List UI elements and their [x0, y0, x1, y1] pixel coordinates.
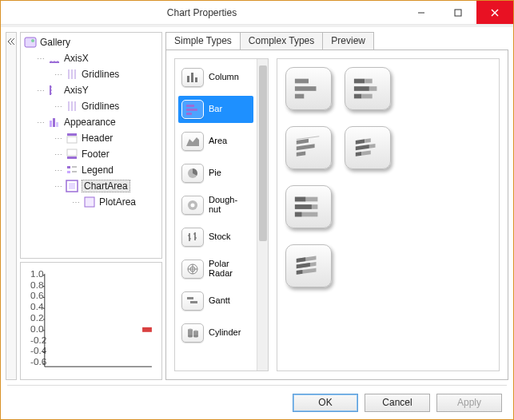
pie-icon	[181, 164, 204, 183]
svg-point-78	[188, 335, 193, 338]
svg-rect-86	[365, 79, 373, 84]
svg-text:0.8: 0.8	[30, 279, 44, 291]
legend-icon	[66, 164, 78, 176]
tree-node-axisy-gridlines[interactable]: ⋯ Gridlines	[22, 98, 160, 114]
svg-rect-20	[50, 121, 52, 127]
svg-rect-75	[190, 301, 197, 303]
svg-rect-21	[53, 118, 55, 127]
double-chevron-left-icon	[7, 38, 15, 46]
svg-text:0.4: 0.4	[30, 301, 44, 312]
svg-rect-4	[25, 38, 36, 47]
tree-node-legend[interactable]: ⋯ Legend	[22, 162, 160, 178]
doughnut-icon	[181, 196, 204, 215]
svg-rect-91	[297, 139, 309, 145]
svg-rect-54	[142, 327, 152, 332]
type-item-polarradar[interactable]: Polar Radar	[178, 256, 253, 283]
tree-node-axisy[interactable]: ⋯ AxisY	[22, 82, 160, 98]
tab-strip: Simple Types Complex Types Preview	[165, 32, 508, 50]
svg-rect-95	[356, 139, 365, 144]
svg-rect-60	[186, 113, 192, 115]
preview-axes-icon: 1.0 0.8 0.6 0.4 0.2 0.0 -0.2 -0.4 -0.6	[24, 266, 158, 376]
svg-rect-87	[354, 86, 369, 91]
svg-rect-83	[295, 86, 317, 91]
svg-rect-82	[295, 79, 309, 84]
svg-rect-58	[186, 105, 194, 107]
tree-node-gallery[interactable]: Gallery	[22, 34, 160, 50]
tree-node-plotarea[interactable]: ⋯ PlotArea	[22, 194, 160, 210]
svg-rect-55	[187, 76, 189, 82]
axis-x-icon	[48, 52, 61, 65]
gridlines-icon	[66, 100, 78, 113]
tree-node-footer[interactable]: ⋯ Footer	[22, 146, 160, 162]
svg-rect-89	[354, 94, 362, 99]
type-item-gantt[interactable]: Gantt	[178, 287, 253, 315]
svg-point-81	[193, 335, 198, 338]
cylinder-icon	[181, 323, 204, 343]
svg-rect-23	[67, 133, 77, 136]
navigation-tree[interactable]: Gallery ⋯ AxisX ⋯ Gridlines ⋯	[20, 32, 162, 259]
maximize-button[interactable]	[440, 1, 476, 24]
svg-text:0.0: 0.0	[30, 323, 44, 335]
tab-preview[interactable]: Preview	[322, 32, 374, 50]
subtype-bar-2d-stacked[interactable]	[345, 67, 391, 110]
svg-rect-99	[356, 152, 362, 157]
svg-rect-102	[295, 197, 305, 202]
chart-type-list-scroll[interactable]: Column Bar Area	[175, 59, 257, 370]
tree-node-chartarea[interactable]: ⋯ ChartArea	[22, 178, 160, 194]
collapse-left-panel[interactable]	[6, 32, 17, 380]
type-item-stock[interactable]: Stock	[178, 224, 253, 251]
svg-rect-84	[295, 94, 304, 99]
tab-simple-types[interactable]: Simple Types	[165, 32, 241, 50]
type-item-bar[interactable]: Bar	[178, 96, 253, 123]
tree-node-header[interactable]: ⋯ Header	[22, 130, 160, 146]
polar-radar-icon	[181, 260, 204, 279]
svg-rect-33	[85, 197, 94, 207]
tab-panel-simple: Column Bar Area	[165, 50, 508, 380]
svg-text:0.2: 0.2	[30, 312, 43, 323]
svg-rect-24	[67, 137, 77, 143]
svg-point-5	[31, 39, 34, 42]
minimize-button[interactable]	[403, 1, 440, 24]
svg-rect-74	[187, 297, 193, 299]
tree-node-axisx-gridlines[interactable]: ⋯ Gridlines	[22, 66, 160, 82]
titlebar: Chart Properties	[1, 1, 513, 25]
subtype-bar-3d-stacked[interactable]	[345, 126, 391, 169]
svg-rect-85	[354, 79, 365, 84]
subtype-bar-2d-100pct[interactable]	[285, 185, 332, 228]
type-item-cylinder[interactable]: Cylinder	[178, 319, 253, 347]
subtype-bar-2d-clustered[interactable]	[285, 67, 332, 110]
plotarea-icon	[83, 196, 96, 208]
close-button[interactable]	[476, 1, 513, 24]
chart-preview: 1.0 0.8 0.6 0.4 0.2 0.0 -0.2 -0.4 -0.6	[20, 262, 162, 380]
ok-button[interactable]: OK	[293, 394, 358, 412]
chartarea-icon	[66, 180, 78, 192]
svg-rect-98	[369, 144, 376, 149]
tab-complex-types[interactable]: Complex Types	[240, 32, 323, 50]
subtype-bar-3d-clustered[interactable]	[285, 126, 332, 169]
scrollbar-thumb[interactable]	[259, 65, 267, 241]
subtype-bar-3d-100pct[interactable]	[285, 244, 332, 287]
tree-node-appearance[interactable]: ⋯ Appearance	[22, 114, 160, 130]
type-list-scrollbar[interactable]	[257, 59, 268, 370]
subtype-gallery	[277, 58, 500, 371]
svg-rect-1	[455, 10, 461, 16]
svg-rect-56	[191, 73, 193, 82]
svg-rect-26	[67, 157, 77, 159]
svg-rect-112	[297, 270, 303, 275]
svg-rect-100	[361, 150, 370, 155]
stock-icon	[181, 228, 204, 247]
svg-rect-108	[297, 257, 305, 262]
svg-rect-57	[195, 77, 197, 82]
cancel-button[interactable]: Cancel	[365, 394, 430, 412]
type-item-area[interactable]: Area	[178, 128, 253, 155]
svg-rect-90	[361, 94, 372, 99]
svg-text:0.6: 0.6	[30, 290, 44, 301]
type-item-pie[interactable]: Pie	[178, 160, 253, 187]
apply-button[interactable]: Apply	[436, 394, 502, 412]
svg-rect-27	[67, 166, 70, 168]
gantt-icon	[181, 291, 204, 311]
type-item-doughnut[interactable]: Dough- nut	[178, 192, 253, 219]
tree-node-axisx[interactable]: ⋯ AxisX	[22, 50, 160, 66]
type-item-column[interactable]: Column	[178, 64, 253, 91]
gridlines-icon	[66, 68, 78, 81]
